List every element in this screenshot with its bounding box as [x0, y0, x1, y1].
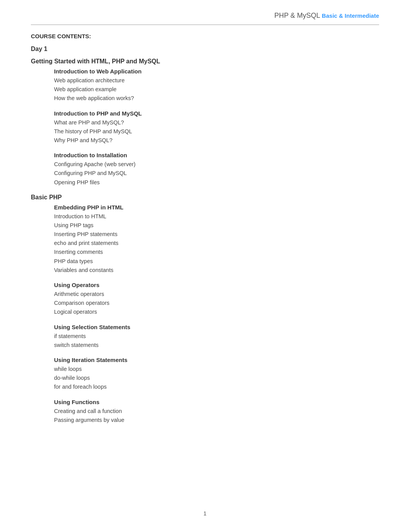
section-title-getting-started: Getting Started with HTML, PHP and MySQL	[31, 58, 379, 65]
list-item: Web application architecture	[54, 76, 379, 85]
list-item: Configuring PHP and MySQL	[54, 169, 379, 178]
list-item: Passing arguments by value	[54, 416, 379, 425]
list-item: while loops	[54, 365, 379, 374]
day-label: Day 1	[31, 46, 379, 53]
list-item: Why PHP and MySQL?	[54, 136, 379, 145]
list-item: Inserting PHP statements	[54, 230, 379, 239]
subsection-intro-install: Introduction to Installation Configuring…	[54, 152, 379, 187]
course-contents-label: COURSE CONTENTS:	[31, 33, 379, 39]
list-item: How the web application works?	[54, 94, 379, 103]
list-item: Logical operators	[54, 308, 379, 316]
header-highlight-text: Basic & Intermediate	[322, 12, 379, 19]
header-section: PHP & MySQL Basic & Intermediate	[31, 12, 379, 25]
subsection-embedding-php: Embedding PHP in HTML Introduction to HT…	[54, 204, 379, 275]
subsection-title-intro-install: Introduction to Installation	[54, 152, 379, 158]
page-container: PHP & MySQL Basic & Intermediate COURSE …	[0, 0, 410, 532]
list-item: Configuring Apache (web server)	[54, 160, 379, 169]
section-basic-php: Basic PHP Embedding PHP in HTML Introduc…	[31, 194, 379, 425]
list-item: Introduction to HTML	[54, 212, 379, 221]
subsection-intro-web: Introduction to Web Application Web appl…	[54, 68, 379, 103]
header-plain-text: PHP & MySQL	[274, 12, 322, 19]
section-title-basic-php: Basic PHP	[31, 194, 379, 201]
list-item: Variables and constants	[54, 266, 379, 275]
list-item: The history of PHP and MySQL	[54, 127, 379, 136]
page-number: 1	[203, 510, 207, 517]
subsection-title-iteration: Using Iteration Statements	[54, 357, 379, 363]
list-item: switch statements	[54, 341, 379, 350]
subsection-functions: Using Functions Creating and call a func…	[54, 399, 379, 425]
subsection-title-selection: Using Selection Statements	[54, 324, 379, 330]
list-item: for and foreach loops	[54, 382, 379, 391]
list-item: PHP data types	[54, 257, 379, 266]
list-item: echo and print statements	[54, 239, 379, 248]
subsection-operators: Using Operators Arithmetic operators Com…	[54, 282, 379, 317]
subsection-selection: Using Selection Statements if statements…	[54, 324, 379, 350]
list-item: do-while loops	[54, 374, 379, 382]
list-item: Using PHP tags	[54, 221, 379, 230]
section-getting-started: Getting Started with HTML, PHP and MySQL…	[31, 58, 379, 187]
list-item: Arithmetic operators	[54, 290, 379, 299]
list-item: Comparison operators	[54, 299, 379, 308]
subsection-title-operators: Using Operators	[54, 282, 379, 288]
list-item: What are PHP and MySQL?	[54, 118, 379, 127]
list-item: if statements	[54, 332, 379, 341]
subsection-iteration: Using Iteration Statements while loops d…	[54, 357, 379, 392]
subsection-intro-php: Introduction to PHP and MySQL What are P…	[54, 110, 379, 145]
subsection-title-embedding: Embedding PHP in HTML	[54, 204, 379, 211]
subsection-title-functions: Using Functions	[54, 399, 379, 405]
subsection-title-intro-web: Introduction to Web Application	[54, 68, 379, 75]
list-item: Inserting comments	[54, 248, 379, 257]
list-item: Web application example	[54, 85, 379, 94]
list-item: Opening PHP files	[54, 178, 379, 187]
subsection-title-intro-php: Introduction to PHP and MySQL	[54, 110, 379, 117]
list-item: Creating and call a function	[54, 407, 379, 416]
